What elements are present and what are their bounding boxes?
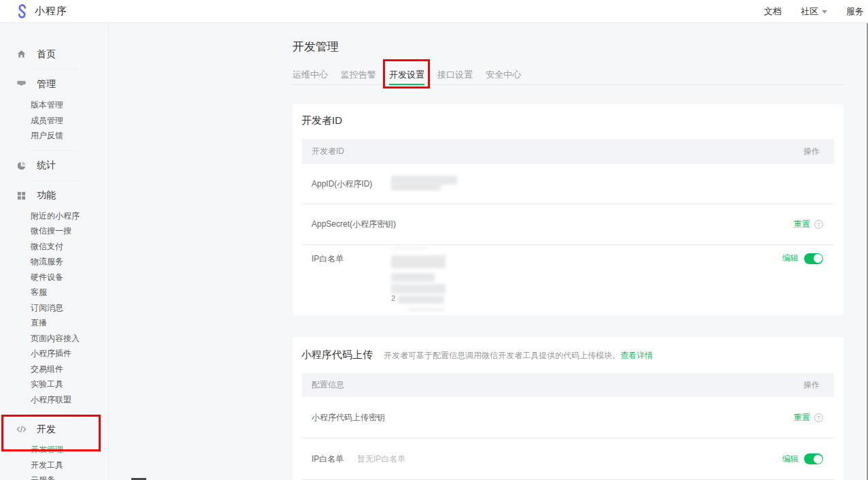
home-icon: [16, 49, 27, 59]
divider: [31, 414, 78, 415]
sidebar: 首页 管理 版本管理 成员管理 用户反馈 统计 功能 附近: [0, 23, 109, 480]
chevron-down-icon: [822, 10, 827, 14]
tab-develop-settings[interactable]: 开发设置: [389, 69, 424, 85]
tab-api-settings[interactable]: 接口设置: [437, 69, 473, 85]
edit-ip-whitelist-button[interactable]: 编辑: [782, 253, 799, 264]
inbox-icon: [16, 79, 27, 89]
sidebar-item-plugin[interactable]: 小程序插件: [0, 346, 108, 362]
ip-whitelist-toggle[interactable]: [804, 453, 823, 464]
table-header-left: 开发者ID: [312, 146, 344, 157]
sidebar-item-nearby-miniprogram[interactable]: 附近的小程序: [0, 208, 108, 224]
help-icon[interactable]: [814, 220, 823, 229]
sidebar-item-manage[interactable]: 管理: [0, 76, 108, 92]
sidebar-item-label: 开发: [37, 423, 56, 436]
table-header-action: 操作: [803, 379, 820, 391]
miniprogram-s-icon: [15, 4, 29, 18]
sidebar-item-logistics[interactable]: 物流服务: [0, 254, 108, 270]
sidebar-item-hardware[interactable]: 硬件设备: [0, 270, 108, 285]
grid-icon: [16, 191, 27, 201]
code-upload-card: 小程序代码上传 开发者可基于配置信息调用微信开发者工具提供的代码上传模块。 查看…: [293, 337, 844, 480]
sidebar-subsection-features: 附近的小程序 微信搜一搜 微信支付 物流服务 硬件设备 客服 订阅消息 直播 页…: [0, 208, 108, 408]
divider: [31, 69, 78, 69]
sidebar-item-cloud-service[interactable]: 云服务: [0, 473, 108, 480]
sidebar-item-wechat-pay[interactable]: 微信支付: [0, 239, 108, 255]
sidebar-item-version-manage[interactable]: 版本管理: [0, 97, 108, 113]
appsecret-label: AppSecret(小程序密钥): [312, 219, 396, 230]
sidebar-item-wechat-search[interactable]: 微信搜一搜: [0, 223, 108, 239]
sidebar-item-develop-tools[interactable]: 开发工具: [0, 458, 108, 473]
sidebar-item-trade-component[interactable]: 交易组件: [0, 362, 108, 377]
sidebar-item-user-feedback[interactable]: 用户反馈: [0, 128, 108, 144]
code-upload-title-row: 小程序代码上传 开发者可基于配置信息调用微信开发者工具提供的代码上传模块。 查看…: [293, 337, 844, 362]
tab-bar: 运维中心 监控告警 开发设置 接口设置 安全中心: [293, 69, 844, 85]
sidebar-item-develop-manage[interactable]: 开发管理: [0, 442, 108, 458]
sidebar-item-subscribe-message[interactable]: 订阅消息: [0, 300, 108, 316]
logo-text: 小程序: [35, 5, 67, 18]
code-upload-title: 小程序代码上传: [301, 349, 373, 362]
table-header-left: 配置信息: [312, 379, 344, 391]
divider: [31, 180, 78, 181]
sidebar-item-label: 首页: [37, 48, 56, 61]
sidebar-item-label: 功能: [37, 189, 56, 202]
sidebar-item-develop[interactable]: 开发: [0, 421, 108, 437]
ip-whitelist-empty-value: 暂无IP白名单: [357, 453, 405, 465]
nav-service-link[interactable]: 服务: [846, 5, 864, 18]
developer-id-card: 开发者ID 开发者ID 操作 AppID(小程序ID) AppSecret(小程…: [293, 104, 844, 315]
sidebar-subsection-develop: 开发管理 开发工具 云服务: [0, 442, 108, 480]
table-row-ip-whitelist: IP白名单 2 编辑: [302, 244, 834, 313]
sidebar-item-page-content[interactable]: 页面内容接入: [0, 331, 108, 347]
table-header-action: 操作: [803, 146, 820, 157]
nav-docs-link[interactable]: 文档: [764, 5, 782, 18]
code-icon: [16, 424, 27, 434]
tab-monitor-alert[interactable]: 监控告警: [341, 69, 376, 85]
view-details-link[interactable]: 查看详情: [620, 350, 653, 362]
sidebar-subsection-manage: 版本管理 成员管理 用户反馈: [0, 97, 108, 144]
code-upload-subtitle: 开发者可基于配置信息调用微信开发者工具提供的代码上传模块。: [384, 350, 620, 362]
sidebar-item-label: 统计: [37, 159, 56, 172]
sidebar-item-member-manage[interactable]: 成员管理: [0, 113, 108, 129]
divider: [31, 150, 78, 151]
table-row-appsecret: AppSecret(小程序密钥) 重置: [302, 204, 834, 244]
ip-whitelist-label: IP白名单: [312, 253, 391, 265]
main-content: 开发管理 运维中心 监控告警 开发设置 接口设置 安全中心 开发者ID 开发者I…: [293, 23, 844, 480]
code-upload-rows: 小程序代码上传密钥 重置 IP白名单 暂无IP白名单 编辑: [302, 397, 834, 480]
nav-community-link[interactable]: 社区: [801, 5, 827, 18]
appid-label: AppID(小程序ID): [312, 178, 391, 190]
sidebar-item-features[interactable]: 功能: [0, 188, 108, 204]
developer-id-card-title: 开发者ID: [293, 104, 844, 127]
page-title: 开发管理: [293, 39, 844, 54]
sidebar-item-customer-service[interactable]: 客服: [0, 285, 108, 300]
nav-community-label: 社区: [801, 5, 818, 18]
table-header: 开发者ID 操作: [302, 139, 834, 164]
sidebar-item-miniprogram-union[interactable]: 小程序联盟: [0, 392, 108, 408]
pie-chart-icon: [16, 161, 27, 171]
upload-key-label: 小程序代码上传密钥: [312, 412, 385, 423]
table-row-appid: AppID(小程序ID): [302, 164, 834, 204]
tab-ops-center[interactable]: 运维中心: [293, 69, 328, 85]
appid-value-redacted: [391, 176, 473, 192]
developer-id-rows: AppID(小程序ID) AppSecret(小程序密钥) 重置 IP白名单: [302, 164, 834, 313]
ip-whitelist-label: IP白名单: [312, 453, 357, 465]
top-bar: 小程序 文档 社区 服务: [0, 0, 868, 23]
table-row-upload-key: 小程序代码上传密钥 重置: [302, 397, 834, 438]
table-header: 配置信息 操作: [302, 373, 834, 397]
help-icon[interactable]: [814, 413, 823, 422]
tab-security-center[interactable]: 安全中心: [486, 69, 521, 85]
table-row-ip-whitelist-2: IP白名单 暂无IP白名单 编辑: [302, 438, 834, 480]
sidebar-item-statistics[interactable]: 统计: [0, 158, 108, 174]
sidebar-item-experiment-tools[interactable]: 实验工具: [0, 377, 108, 392]
miniprogram-logo[interactable]: 小程序: [15, 4, 67, 18]
sidebar-item-home[interactable]: 首页: [0, 46, 108, 62]
reset-upload-key-button[interactable]: 重置: [794, 412, 810, 423]
top-nav: 文档 社区 服务: [764, 0, 865, 23]
reset-appsecret-button[interactable]: 重置: [794, 219, 810, 230]
ip-whitelist-toggle[interactable]: [804, 253, 823, 264]
ip-visible-prefix: 2: [391, 294, 395, 302]
sidebar-item-live[interactable]: 直播: [0, 315, 108, 331]
sidebar-item-label: 管理: [37, 78, 56, 91]
edit-ip-whitelist-button[interactable]: 编辑: [782, 453, 799, 465]
